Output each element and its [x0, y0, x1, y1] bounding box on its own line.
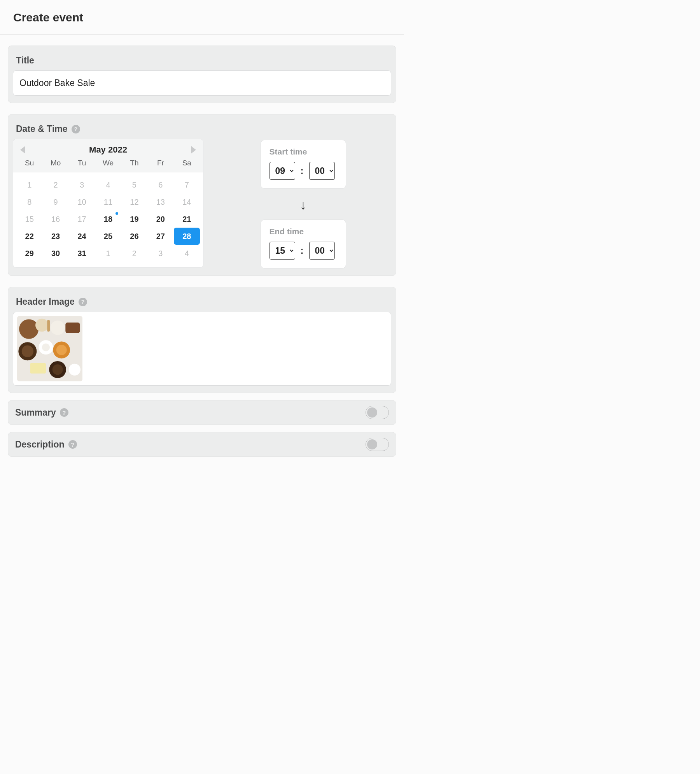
- calendar-day[interactable]: 16: [42, 211, 68, 228]
- calendar-day[interactable]: 19: [121, 211, 147, 228]
- svg-point-10: [56, 345, 67, 355]
- header-image-card: Header Image ?: [8, 287, 396, 393]
- start-time-box: Start time 09 : 00: [261, 140, 346, 189]
- dow-su: Su: [16, 159, 42, 167]
- time-colon: :: [301, 165, 304, 176]
- help-icon[interactable]: ?: [79, 298, 87, 306]
- dow-we: We: [95, 159, 121, 167]
- date-time-card: Date & Time ? May 2022 Su Mo Tu We: [8, 114, 396, 276]
- calendar-day[interactable]: 5: [121, 176, 147, 193]
- calendar-day[interactable]: 9: [42, 193, 68, 211]
- date-time-label: Date & Time: [16, 124, 68, 134]
- calendar-day[interactable]: 4: [95, 176, 121, 193]
- svg-rect-11: [30, 363, 46, 374]
- summary-toggle[interactable]: [366, 406, 389, 419]
- calendar-day[interactable]: 2: [42, 176, 68, 193]
- end-hour-select[interactable]: 15: [270, 242, 295, 260]
- cal-next-icon[interactable]: [191, 146, 196, 154]
- start-hour-select[interactable]: 09: [270, 162, 295, 180]
- page-title: Create event: [13, 11, 391, 24]
- calendar-day[interactable]: 8: [16, 193, 42, 211]
- calendar-day[interactable]: 22: [16, 228, 42, 245]
- calendar-day[interactable]: 14: [174, 193, 200, 211]
- summary-label: Summary: [15, 407, 56, 418]
- svg-point-1: [19, 319, 38, 339]
- calendar-day[interactable]: 17: [69, 211, 95, 228]
- image-well[interactable]: [13, 312, 391, 386]
- calendar-day[interactable]: 4: [174, 245, 200, 262]
- end-time-label: End time: [270, 227, 337, 236]
- calendar-day[interactable]: 11: [95, 193, 121, 211]
- dow-mo: Mo: [42, 159, 68, 167]
- calendar-day[interactable]: 1: [16, 176, 42, 193]
- start-min-select[interactable]: 00: [309, 162, 335, 180]
- header-image-thumb[interactable]: [17, 316, 82, 381]
- svg-point-3: [51, 321, 65, 335]
- help-icon[interactable]: ?: [60, 408, 68, 417]
- end-time-box: End time 15 : 00: [261, 219, 346, 269]
- calendar-day[interactable]: 3: [147, 245, 173, 262]
- cal-prev-icon[interactable]: [20, 146, 25, 154]
- help-icon[interactable]: ?: [68, 440, 77, 449]
- dow-sa: Sa: [174, 159, 200, 167]
- description-toggle[interactable]: [366, 438, 389, 451]
- svg-rect-15: [47, 320, 50, 332]
- calendar-day[interactable]: 6: [147, 176, 173, 193]
- calendar-day[interactable]: 10: [69, 193, 95, 211]
- dow-th: Th: [121, 159, 147, 167]
- time-colon: :: [301, 245, 304, 256]
- calendar-day[interactable]: 2: [121, 245, 147, 262]
- calendar-day[interactable]: 20: [147, 211, 173, 228]
- svg-point-2: [35, 319, 49, 332]
- title-label: Title: [16, 55, 34, 66]
- svg-point-14: [69, 364, 80, 376]
- calendar-day[interactable]: 1: [95, 245, 121, 262]
- dow-fr: Fr: [147, 159, 173, 167]
- calendar-day[interactable]: 24: [69, 228, 95, 245]
- calendar-day[interactable]: 31: [69, 245, 95, 262]
- header-image-label: Header Image: [16, 297, 75, 307]
- toggle-knob: [367, 439, 377, 449]
- start-time-label: Start time: [270, 147, 337, 156]
- svg-point-8: [42, 344, 50, 351]
- description-card: Description ?: [8, 432, 396, 457]
- svg-rect-4: [65, 323, 80, 333]
- calendar-day[interactable]: 7: [174, 176, 200, 193]
- cal-grid: 1234567891011121314151617181920212223242…: [13, 172, 203, 267]
- calendar-day[interactable]: 26: [121, 228, 147, 245]
- arrow-down-icon: ↓: [300, 197, 306, 212]
- calendar-day[interactable]: 29: [16, 245, 42, 262]
- help-icon[interactable]: ?: [72, 125, 80, 133]
- toggle-knob: [367, 407, 377, 418]
- cal-title: May 2022: [89, 145, 127, 155]
- calendar-day[interactable]: 30: [42, 245, 68, 262]
- svg-point-13: [52, 364, 63, 375]
- description-label: Description: [15, 439, 65, 450]
- calendar: May 2022 Su Mo Tu We Th Fr Sa 1234567891…: [13, 139, 203, 268]
- calendar-day[interactable]: 23: [42, 228, 68, 245]
- calendar-day[interactable]: 15: [16, 211, 42, 228]
- calendar-day[interactable]: 18: [95, 211, 121, 228]
- calendar-day[interactable]: 28: [174, 228, 200, 245]
- calendar-day[interactable]: 3: [69, 176, 95, 193]
- calendar-day[interactable]: 27: [147, 228, 173, 245]
- calendar-day[interactable]: 13: [147, 193, 173, 211]
- title-input[interactable]: [13, 70, 391, 96]
- calendar-day[interactable]: 12: [121, 193, 147, 211]
- title-card: Title: [8, 46, 396, 103]
- end-min-select[interactable]: 00: [309, 242, 335, 260]
- calendar-day[interactable]: 21: [174, 211, 200, 228]
- cal-dow-row: Su Mo Tu We Th Fr Sa: [13, 159, 203, 172]
- summary-card: Summary ?: [8, 400, 396, 425]
- svg-point-6: [22, 346, 33, 357]
- calendar-day[interactable]: 25: [95, 228, 121, 245]
- today-dot-icon: [116, 212, 118, 215]
- dow-tu: Tu: [69, 159, 95, 167]
